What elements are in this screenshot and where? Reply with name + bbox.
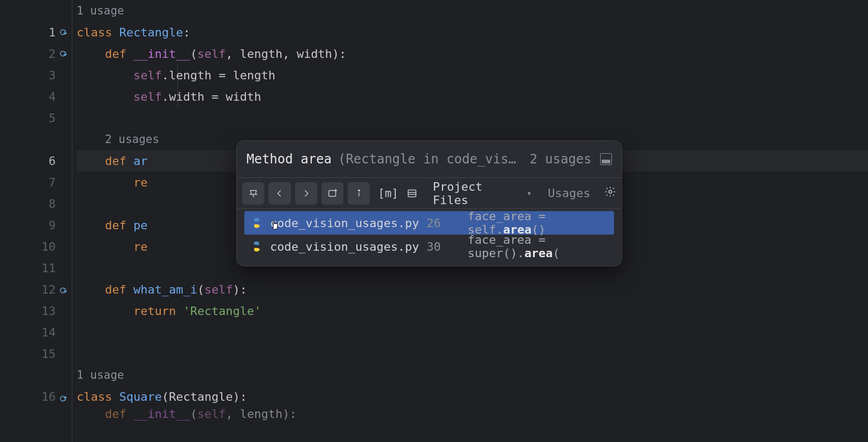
line-number[interactable]: 7 xyxy=(0,171,72,193)
module-scope-icon[interactable]: [m] xyxy=(374,182,396,205)
line-number[interactable]: 14 xyxy=(0,321,72,343)
code-line[interactable] xyxy=(77,107,868,129)
usage-file: code_vision_usages.py xyxy=(270,240,419,253)
pin-icon[interactable] xyxy=(242,182,264,205)
python-file-icon xyxy=(251,217,263,229)
code-line[interactable] xyxy=(77,321,868,343)
code-line[interactable]: self.width = width xyxy=(77,86,868,107)
svg-point-7 xyxy=(609,190,612,193)
new-search-icon[interactable] xyxy=(321,182,343,205)
line-number[interactable]: 3 xyxy=(0,64,72,86)
overridden-method-icon[interactable] xyxy=(59,27,70,38)
gutter-hint-row xyxy=(0,364,72,386)
line-number[interactable]: 4 xyxy=(0,86,72,107)
line-number[interactable]: 15 xyxy=(0,343,72,364)
usage-result-row[interactable]: code_vision_usages.py 26 face_area = sel… xyxy=(244,211,614,235)
code-line[interactable]: return 'Rectangle' xyxy=(77,300,868,321)
usage-result-row[interactable]: code_vision_usages.py 30 face_area = sup… xyxy=(244,235,614,258)
line-number[interactable]: 6 xyxy=(0,150,72,171)
line-number[interactable]: 13 xyxy=(0,300,72,321)
gutter: 1 2 3 4 5 6 7 8 9 10 11 12 13 14 15 16 xyxy=(0,0,72,442)
chevron-down-icon: ▾ xyxy=(527,188,532,198)
python-file-icon xyxy=(251,241,263,252)
code-line[interactable]: def __init__(self, length): xyxy=(77,407,868,420)
svg-point-5 xyxy=(358,190,360,191)
gear-icon[interactable] xyxy=(604,186,616,200)
overridden-method-icon[interactable] xyxy=(59,48,70,59)
code-line[interactable]: class Square(Rectangle): xyxy=(77,386,868,407)
line-number[interactable] xyxy=(0,407,72,429)
line-number[interactable]: 5 xyxy=(0,107,72,129)
inlay-hint[interactable]: 1 usage xyxy=(77,364,868,386)
usage-line: 30 xyxy=(426,240,441,253)
popup-usage-count: 2 usages xyxy=(529,152,592,167)
popup-header: Method area (Rectangle in code_vision_us… xyxy=(237,141,622,177)
code-line[interactable]: def __init__(self, length, width): xyxy=(77,43,868,64)
code-line[interactable]: def what_am_i(self): xyxy=(77,279,868,300)
svg-rect-6 xyxy=(408,190,416,197)
line-number[interactable]: 9 xyxy=(0,214,72,236)
code-area[interactable]: 1 usage class Rectangle: def __init__(se… xyxy=(72,0,868,442)
editor-root: 1 2 3 4 5 6 7 8 9 10 11 12 13 14 15 16 xyxy=(0,0,868,442)
usage-file: code_vision_usages.py xyxy=(270,216,419,230)
prev-occurrence-icon[interactable] xyxy=(268,182,290,205)
code-line[interactable] xyxy=(77,343,868,364)
inlay-hint[interactable]: 1 usage xyxy=(77,0,868,21)
code-line[interactable]: class Rectangle: xyxy=(77,21,868,43)
line-number[interactable]: 10 xyxy=(0,236,72,257)
overriding-method-icon[interactable] xyxy=(59,393,70,404)
usages-popup: Method area (Rectangle in code_vision_us… xyxy=(236,140,622,266)
usage-line: 26 xyxy=(426,216,441,230)
popup-title: Method area xyxy=(246,152,332,167)
usage-snippet: face_area = super().area( xyxy=(468,233,608,260)
open-in-toolwindow-icon[interactable] xyxy=(600,153,612,165)
overridden-method-icon[interactable] xyxy=(59,285,70,296)
usage-snippet: face_area = self.area() xyxy=(468,209,608,236)
line-number[interactable]: 8 xyxy=(0,193,72,214)
code-line[interactable]: self.length = length xyxy=(77,64,868,86)
popup-location: (Rectangle in code_vision_us xyxy=(338,152,523,167)
gutter-hint-row xyxy=(0,0,72,21)
gutter-hint-row xyxy=(0,129,72,150)
preview-icon[interactable] xyxy=(401,182,423,205)
next-occurrence-icon[interactable] xyxy=(295,182,317,205)
info-icon[interactable] xyxy=(348,182,370,205)
line-number[interactable]: 11 xyxy=(0,257,72,279)
usages-results: code_vision_usages.py 26 face_area = sel… xyxy=(237,208,622,266)
svg-rect-4 xyxy=(328,190,335,196)
scope-selector[interactable]: Project Files ▾ xyxy=(433,180,532,207)
popup-toolbar: [m] Project Files ▾ Usages xyxy=(237,177,622,208)
usages-label: Usages xyxy=(548,186,590,200)
